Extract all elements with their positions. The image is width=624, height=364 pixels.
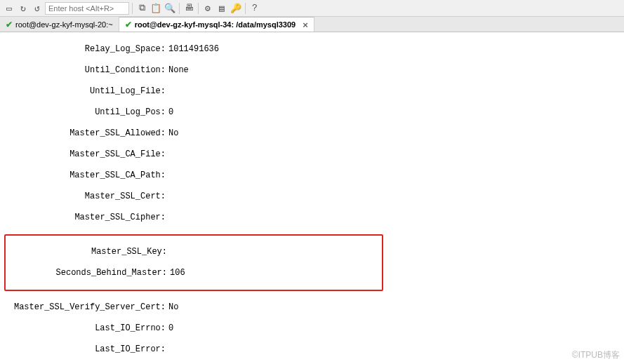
status-value: 0 bbox=[167, 323, 173, 334]
status-key: Master_SSL_Key: bbox=[6, 247, 168, 257]
separator-icon bbox=[198, 3, 199, 14]
status-value bbox=[167, 170, 168, 181]
tab-label: root@dev-gz-kyf-mysql-20:~ bbox=[15, 20, 113, 29]
status-key: Master_SSL_Cert: bbox=[4, 191, 167, 202]
status-value: 106 bbox=[168, 268, 185, 278]
status-row: Seconds_Behind_Master:106 bbox=[6, 268, 382, 278]
tab-bar: ✔ root@dev-gz-kyf-mysql-20:~ ✔ root@dev-… bbox=[0, 17, 624, 32]
status-value bbox=[168, 247, 170, 257]
status-value: 0 bbox=[167, 107, 173, 118]
watermark: ©ITPUB博客 bbox=[572, 349, 620, 361]
properties-icon[interactable]: ▤ bbox=[215, 2, 228, 15]
status-key: Relay_Log_Space: bbox=[4, 44, 167, 55]
status-row: Last_IO_Errno:0 bbox=[4, 323, 620, 334]
status-row: Master_SSL_Cipher: bbox=[4, 213, 620, 223]
status-row: Master_SSL_Key: bbox=[6, 247, 382, 257]
status-key: Last_IO_Errno: bbox=[4, 323, 167, 334]
status-value bbox=[167, 191, 168, 202]
status-key: Master_SSL_CA_File: bbox=[4, 149, 167, 160]
paste-icon[interactable]: 📋 bbox=[150, 2, 162, 15]
host-input[interactable] bbox=[45, 2, 129, 15]
status-row: Master_SSL_CA_Path: bbox=[4, 170, 620, 181]
separator-icon bbox=[245, 3, 246, 14]
new-session-icon[interactable]: ▭ bbox=[3, 2, 15, 15]
status-value bbox=[167, 86, 168, 97]
status-value bbox=[167, 149, 168, 160]
separator-icon bbox=[132, 3, 133, 14]
status-key: Master_SSL_Cipher: bbox=[4, 213, 167, 223]
status-key: Until_Log_Pos: bbox=[4, 107, 167, 118]
terminal-output[interactable]: Relay_Log_Space:1011491636 Until_Conditi… bbox=[0, 32, 624, 364]
highlight-box-seconds-behind: Master_SSL_Key: Seconds_Behind_Master:10… bbox=[4, 234, 383, 291]
status-row: Master_SSL_CA_File: bbox=[4, 149, 620, 160]
status-row: Master_SSL_Cert: bbox=[4, 191, 620, 202]
connected-icon: ✔ bbox=[125, 20, 132, 29]
status-key: Seconds_Behind_Master: bbox=[6, 268, 168, 278]
tab-label: root@dev-gz-kyf-mysql-34: /data/mysql330… bbox=[135, 20, 296, 29]
status-key: Master_SSL_CA_Path: bbox=[4, 170, 167, 181]
tab-session-1[interactable]: ✔ root@dev-gz-kyf-mysql-20:~ bbox=[0, 17, 119, 32]
status-row: Master_SSL_Allowed:No bbox=[4, 128, 620, 139]
status-row: Until_Log_File: bbox=[4, 86, 620, 97]
print-icon[interactable]: 🖶 bbox=[182, 2, 195, 15]
status-row: Master_SSL_Verify_Server_Cert:No bbox=[4, 302, 620, 313]
tab-session-2[interactable]: ✔ root@dev-gz-kyf-mysql-34: /data/mysql3… bbox=[119, 17, 314, 32]
toolbar: ▭ ↻ ↺ ⧉ 📋 🔍 🖶 ⚙ ▤ 🔑 ? bbox=[0, 0, 624, 17]
status-value bbox=[167, 344, 168, 355]
status-key: Until_Condition: bbox=[4, 65, 167, 76]
reconnect-icon[interactable]: ↻ bbox=[17, 2, 29, 15]
status-row: Last_IO_Error: bbox=[4, 344, 620, 355]
find-icon[interactable]: 🔍 bbox=[164, 2, 176, 15]
status-key: Until_Log_File: bbox=[4, 86, 167, 97]
copy-icon[interactable]: ⧉ bbox=[135, 2, 148, 15]
status-key: Master_SSL_Verify_Server_Cert: bbox=[4, 302, 167, 313]
status-key: Master_SSL_Allowed: bbox=[4, 128, 167, 139]
status-value: 1011491636 bbox=[167, 44, 219, 55]
key-icon[interactable]: 🔑 bbox=[230, 2, 242, 15]
status-value: None bbox=[167, 65, 189, 76]
settings-icon[interactable]: ⚙ bbox=[201, 2, 214, 15]
status-value: No bbox=[167, 302, 178, 313]
help-icon[interactable]: ? bbox=[248, 2, 261, 15]
disconnect-icon[interactable]: ↺ bbox=[31, 2, 44, 15]
status-row: Relay_Log_Space:1011491636 bbox=[4, 44, 620, 55]
status-key: Last_IO_Error: bbox=[4, 344, 167, 355]
close-icon[interactable]: × bbox=[303, 20, 308, 30]
status-row: Until_Log_Pos:0 bbox=[4, 107, 620, 118]
status-value: No bbox=[167, 128, 178, 139]
status-value bbox=[167, 213, 168, 223]
status-row: Until_Condition:None bbox=[4, 65, 620, 76]
separator-icon bbox=[179, 3, 180, 14]
connected-icon: ✔ bbox=[6, 20, 13, 29]
